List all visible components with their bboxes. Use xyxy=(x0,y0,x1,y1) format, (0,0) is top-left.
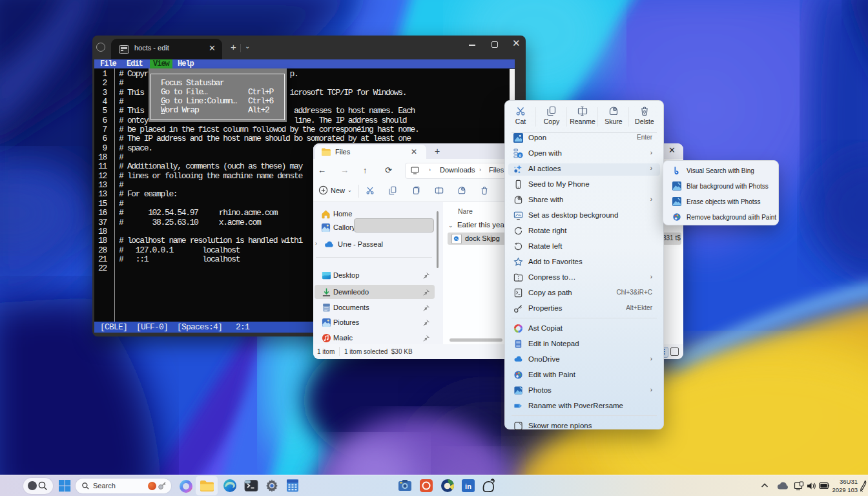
svg-text:in: in xyxy=(465,482,471,490)
svg-text:e: e xyxy=(519,153,521,158)
